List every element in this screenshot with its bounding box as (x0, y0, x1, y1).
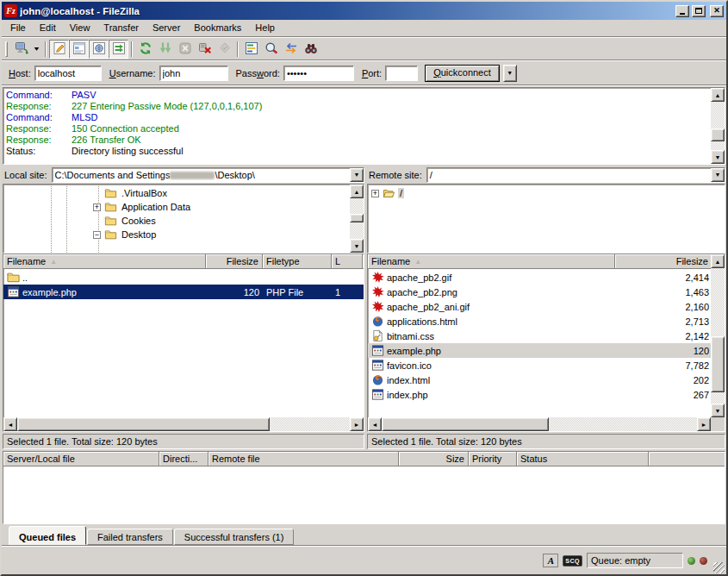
local-tree-scrollbar[interactable]: ▲▼ (350, 185, 364, 253)
file-row[interactable]: bitnami.css2,142 (368, 329, 711, 343)
column-header-l[interactable]: L (332, 254, 363, 269)
scroll-track[interactable] (711, 268, 725, 404)
scroll-right-button[interactable]: ► (697, 417, 711, 431)
host-input[interactable] (34, 66, 102, 81)
file-row[interactable]: applications.html2,713 (368, 314, 711, 329)
toggle-remote-tree-button[interactable] (89, 40, 109, 59)
minimize-button[interactable] (675, 5, 689, 17)
remote-list-vscrollbar[interactable]: ▲▼ (711, 254, 725, 417)
quickconnect-dropdown-button[interactable]: ▼ (503, 65, 517, 82)
scroll-down-button[interactable]: ▼ (711, 150, 725, 164)
column-header-directi[interactable]: Directi... (159, 452, 208, 466)
collapse-icon[interactable]: − (93, 231, 101, 239)
file-row[interactable]: .. (3, 270, 364, 285)
file-row[interactable]: apache_pb2.png1,463 (368, 285, 711, 299)
scroll-thumb[interactable] (711, 336, 725, 393)
scroll-left-button[interactable]: ◄ (3, 417, 17, 431)
tree-item[interactable]: +/ (368, 186, 725, 200)
site-manager-dropdown-button[interactable] (31, 40, 42, 59)
close-button[interactable]: ✕ (710, 5, 724, 17)
tree-item[interactable]: .VirtualBox (3, 186, 350, 200)
expand-icon[interactable]: + (93, 203, 101, 211)
file-row[interactable]: index.html202 (368, 373, 711, 387)
remote-site-dropdown-button[interactable]: ▼ (711, 168, 725, 182)
expand-icon[interactable]: + (371, 190, 379, 197)
scroll-track[interactable] (382, 417, 697, 431)
directory-listing-filters-button[interactable] (241, 40, 261, 59)
username-input[interactable] (159, 66, 228, 81)
scroll-up-button[interactable]: ▲ (350, 185, 364, 198)
tab-queued-files[interactable]: Queued files (9, 526, 86, 545)
toggle-transfer-queue-button[interactable] (109, 40, 128, 59)
file-row[interactable]: apache_pb2.gif2,414 (368, 270, 711, 285)
menu-item-view[interactable]: View (63, 21, 97, 35)
menu-item-help[interactable]: Help (248, 21, 282, 35)
queue-toggle-icon (112, 41, 126, 57)
menu-item-file[interactable]: File (3, 21, 33, 35)
message-log-scrollbar[interactable]: ▲▼ (711, 88, 725, 164)
column-header-filename[interactable]: Filename▲ (368, 254, 615, 269)
column-header-size[interactable]: Size (399, 452, 469, 466)
column-header-filesize[interactable]: Filesize (615, 254, 712, 269)
file-row[interactable]: example.php120PHP File1 (3, 285, 364, 299)
maximize-button[interactable] (692, 5, 706, 17)
menu-item-bookmarks[interactable]: Bookmarks (187, 21, 248, 35)
scroll-track[interactable] (711, 102, 725, 150)
local-site-combobox[interactable]: C:\Documents and Settings\Desktop\ ▼ (52, 167, 364, 183)
column-header-serverlocalfile[interactable]: Server/Local file (3, 452, 159, 466)
reconnect-server-button[interactable] (215, 40, 234, 59)
scroll-thumb[interactable] (382, 417, 549, 431)
column-header-filetype[interactable]: Filetype (263, 254, 332, 269)
scroll-track[interactable] (17, 417, 350, 431)
tree-item[interactable]: −Desktop (3, 228, 350, 241)
resize-grip[interactable] (713, 562, 725, 573)
port-input[interactable] (385, 66, 418, 81)
file-row[interactable]: apache_pb2_ani.gif2,160 (368, 299, 711, 314)
scroll-thumb[interactable] (350, 214, 364, 222)
scroll-up-button[interactable]: ▲ (711, 254, 725, 268)
scroll-down-button[interactable]: ▼ (350, 239, 364, 253)
cancel-operation-button[interactable] (175, 40, 195, 59)
column-header-filename[interactable]: Filename▲ (3, 254, 206, 269)
local-list-hscrollbar[interactable]: ◄► (3, 417, 364, 431)
directory-comparison-button[interactable] (261, 40, 281, 59)
tree-item[interactable]: Cookies (3, 214, 350, 228)
column-header-filesize[interactable]: Filesize (206, 254, 263, 269)
transfer-type-indicator[interactable]: A (543, 554, 558, 567)
menu-item-edit[interactable]: Edit (33, 21, 63, 35)
local-site-dropdown-button[interactable]: ▼ (350, 168, 364, 182)
remote-list-hscrollbar[interactable]: ◄► (368, 417, 711, 431)
local-status: Selected 1 file. Total size: 120 bytes (3, 434, 364, 449)
process-queue-button[interactable] (155, 40, 175, 59)
column-header-priority[interactable]: Priority (469, 452, 517, 466)
remote-site-combobox[interactable]: / ▼ (426, 167, 725, 183)
toggle-message-log-button[interactable] (49, 40, 69, 59)
scroll-down-button[interactable]: ▼ (711, 404, 725, 417)
log-line-text: PASV (72, 90, 96, 101)
menu-item-transfer[interactable]: Transfer (96, 21, 146, 35)
scroll-right-button[interactable]: ► (350, 417, 364, 431)
file-row[interactable]: example.php120 (368, 343, 711, 358)
toggle-local-tree-button[interactable] (69, 40, 89, 59)
tab-successful-transfers-1-[interactable]: Successful transfers (1) (174, 529, 295, 545)
password-input[interactable] (283, 66, 354, 81)
quickconnect-button[interactable]: Quickconnect (425, 65, 500, 82)
scroll-thumb[interactable] (17, 417, 270, 431)
column-header-status[interactable]: Status (517, 452, 649, 466)
scroll-left-button[interactable]: ◄ (368, 417, 382, 431)
file-row[interactable]: index.php267 (368, 387, 711, 402)
disconnect-server-button[interactable] (195, 40, 215, 59)
find-files-button[interactable] (301, 40, 320, 59)
tab-failed-transfers[interactable]: Failed transfers (87, 529, 173, 545)
column-header-remotefile[interactable]: Remote file (208, 452, 399, 466)
scroll-track[interactable] (350, 198, 364, 239)
refresh-file-lists-button[interactable] (135, 40, 155, 59)
site-manager-button[interactable] (11, 40, 31, 59)
file-row[interactable]: favicon.ico7,782 (368, 358, 711, 373)
menu-item-server[interactable]: Server (146, 21, 187, 35)
synchronized-browsing-button[interactable] (281, 40, 301, 59)
speed-limits-icon[interactable]: SCQ (563, 555, 582, 567)
scroll-thumb[interactable] (711, 128, 725, 142)
tree-item[interactable]: +Application Data (3, 200, 350, 214)
scroll-up-button[interactable]: ▲ (711, 88, 725, 102)
